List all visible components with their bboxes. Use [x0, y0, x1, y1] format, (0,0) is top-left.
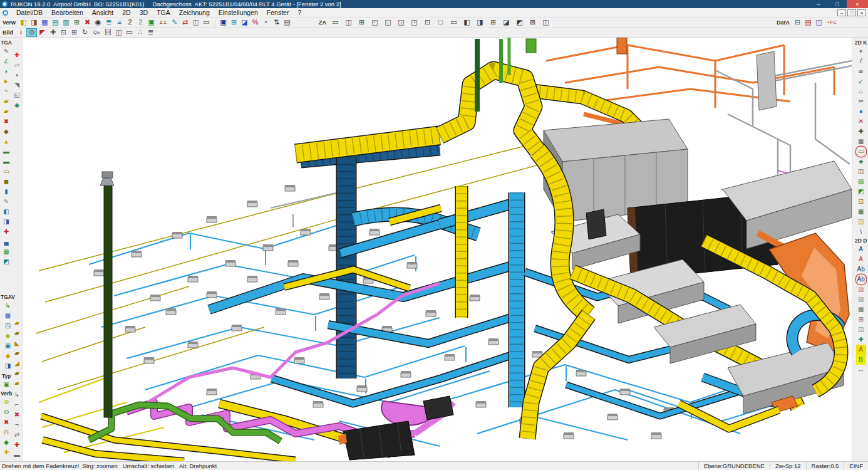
2dd-dim-123-icon[interactable]: ↔ — [856, 365, 866, 375]
project-open-icon[interactable]: ◧ — [18, 18, 29, 27]
2dd-text-ab-ring-icon[interactable]: Ab — [856, 274, 866, 285]
menu-item-fenster[interactable]: Fenster — [262, 9, 294, 16]
viewport-7-icon[interactable]: ◳ — [408, 18, 421, 27]
viewport-14-icon[interactable]: ◪ — [500, 18, 513, 27]
zoom-factor-icon[interactable]: Q± — [90, 28, 103, 37]
db-browse-icon[interactable]: ▥ — [61, 18, 71, 27]
db-exe-red-icon[interactable]: ▤ — [803, 18, 814, 27]
2dk-folder-icon[interactable]: ▤ — [856, 177, 866, 187]
tga-grid-green-icon[interactable]: ▦ — [1, 247, 11, 257]
2dk-array-icon[interactable]: ▦ — [856, 137, 866, 147]
viewport-16-icon[interactable]: ⊠ — [526, 18, 539, 27]
viewport-10-icon[interactable]: ▭ — [447, 18, 460, 27]
tga-bend-tool-icon[interactable]: ► — [1, 76, 11, 86]
camera-view-icon[interactable]: ▭ — [201, 18, 212, 27]
2dk-swap-icon[interactable]: ◫ — [856, 217, 866, 227]
layer-stack-icon[interactable]: ≣ — [103, 18, 114, 27]
visibility-icon[interactable]: ◉ — [93, 18, 103, 27]
dob-file-icon[interactable]: ◫ — [814, 18, 824, 27]
2dd-text-style-icon[interactable]: A — [856, 244, 866, 254]
tga-panel-blue-icon[interactable]: ◧ — [1, 207, 11, 217]
2dd-text-ab-icon[interactable]: Ab — [856, 264, 866, 274]
mdi-minimize-button[interactable]: – — [837, 9, 846, 16]
2dd-text-red-icon[interactable]: A — [856, 254, 866, 264]
save-small-icon[interactable]: ▫ — [261, 18, 271, 27]
duct-piece-7-icon[interactable]: ▰ — [12, 379, 22, 389]
db-save-icon[interactable]: ⊟ — [792, 18, 803, 27]
points-icon[interactable]: ∴ — [135, 28, 145, 37]
crosshair-tool-icon[interactable]: ✚ — [12, 50, 22, 60]
conn-neg-icon[interactable]: ¬ — [12, 420, 22, 430]
level-up-icon[interactable]: 2 — [125, 18, 135, 27]
nav-arrows-icon[interactable]: ⇄ — [180, 18, 190, 27]
viewport-11-icon[interactable]: ◧ — [460, 18, 473, 27]
views-icon[interactable]: ◫ — [113, 28, 124, 37]
menu-item-2d[interactable]: 2D — [118, 9, 135, 16]
tga-duct-yellow-icon[interactable]: ▭ — [1, 167, 11, 177]
2dd-label-a-icon[interactable]: A — [856, 345, 866, 355]
menu-item--[interactable]: ? — [293, 9, 306, 16]
level-down-icon[interactable]: 2 — [135, 18, 146, 27]
duct-piece-6-icon[interactable]: ▰ — [12, 368, 22, 379]
menu-item-bearbeiten[interactable]: Bearbeiten — [47, 9, 88, 16]
block-grid-icon[interactable]: ▦ — [39, 18, 50, 27]
2dd-teal-add-icon[interactable]: ✚ — [856, 335, 866, 345]
fitting-grey-3-icon[interactable]: ◥ — [12, 80, 22, 90]
verb-add-icon[interactable]: ✚ — [1, 447, 11, 457]
toggle-view-icon[interactable]: ▭ — [124, 28, 135, 37]
tga-riser-icon[interactable]: ▲ — [1, 137, 11, 147]
viewport-12-icon[interactable]: ◨ — [473, 18, 487, 27]
globe-write-icon[interactable]: ✎ — [169, 18, 180, 27]
2dk-trim-icon[interactable]: ✂ — [856, 97, 866, 107]
pan-icon[interactable]: ✚ — [48, 28, 58, 37]
duct-piece-2-icon[interactable]: ▰ — [12, 328, 22, 338]
2dk-tree-icon[interactable]: ♣ — [856, 157, 866, 167]
tga-flex-duct-icon[interactable]: ~ — [1, 86, 11, 97]
tgav-arrow-green-icon[interactable]: ↳ — [3, 301, 13, 311]
fitting-grey-1-icon[interactable]: ▱ — [12, 60, 22, 70]
verb-coupling-icon[interactable]: ⊕ — [1, 397, 11, 407]
scale-icon[interactable]: 1:1 — [157, 18, 169, 27]
mdi-restore-button[interactable]: □ — [847, 9, 856, 16]
duct-piece-1-icon[interactable]: ▰ — [12, 318, 22, 328]
save-icon[interactable]: ▣ — [218, 18, 229, 27]
box-3d-icon[interactable]: ◫ — [190, 18, 201, 27]
2dd-label-b-icon[interactable]: B — [856, 355, 866, 365]
tga-annotate-icon[interactable]: ✎ — [1, 197, 11, 207]
raster-lines-icon[interactable]: ≣ — [145, 28, 156, 37]
tga-angle-measure-icon[interactable]: ∠ — [1, 56, 11, 66]
image-frame-icon[interactable]: ▣ — [146, 18, 157, 27]
menu-item-3d[interactable]: 3D — [135, 9, 152, 16]
conn-elbow-icon[interactable]: ↳ — [12, 390, 22, 400]
2dd-hatch-grey-icon[interactable]: ▨ — [856, 295, 866, 305]
viewport-2-icon[interactable]: ◫ — [342, 18, 355, 27]
save-blue-icon[interactable]: ◪ — [239, 18, 250, 27]
viewport-5-icon[interactable]: ◱ — [381, 18, 395, 27]
center-view-icon[interactable]: 回 — [103, 28, 113, 37]
layer-list-icon[interactable]: ≡ — [114, 18, 125, 27]
save-add-icon[interactable]: ⊞ — [229, 18, 239, 27]
fitting-grey-2-icon[interactable]: ◖ — [12, 70, 22, 80]
conn-bar-icon[interactable]: ▬ — [12, 450, 22, 460]
mdi-close-button[interactable]: × — [857, 9, 866, 16]
2dk-circles-icon[interactable]: ∞ — [856, 66, 866, 76]
tga-pipe-dark-green-icon[interactable]: ▬ — [1, 157, 11, 167]
tga-green-fitting-icon[interactable]: ◗ — [1, 66, 11, 76]
fc-transfer-icon[interactable]: +FC — [824, 18, 839, 27]
db-tables-icon[interactable]: ▤ — [50, 18, 61, 27]
viewport-6-icon[interactable]: ◲ — [395, 18, 408, 27]
menu-item-zeichnung[interactable]: Zeichnung — [175, 9, 214, 16]
fitting-teal-icon[interactable]: ◱ — [12, 90, 22, 100]
2dd-hatch-pink-icon[interactable]: ▨ — [856, 285, 866, 295]
close-button[interactable]: × — [847, 0, 868, 8]
duct-piece-5-icon[interactable]: ◢ — [12, 358, 22, 368]
2dk-points-icon[interactable]: ∴ — [856, 86, 866, 97]
2dd-hatch-green-icon[interactable]: ▩ — [856, 305, 866, 315]
tga-teal-box-icon[interactable]: ◩ — [1, 257, 11, 267]
db-add-icon[interactable]: ⊞ — [71, 18, 82, 27]
menu-item-datei-db[interactable]: Datei/DB — [12, 9, 47, 16]
2dk-align-icon[interactable]: ◫ — [856, 167, 866, 177]
tga-duct-run-icon[interactable]: ▰ — [1, 97, 11, 107]
2dk-block-icon[interactable]: ⊡ — [856, 197, 866, 207]
verb-bridge-icon[interactable]: ⊓ — [1, 427, 11, 437]
